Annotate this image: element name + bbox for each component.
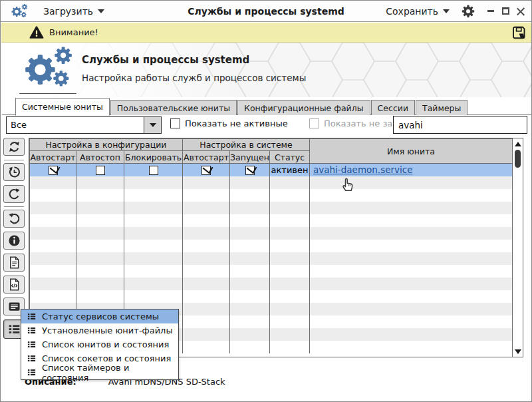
menu-item-installed-unit-files[interactable]: Установленные юнит-файлы bbox=[21, 323, 178, 337]
save-floppy-icon[interactable] bbox=[511, 25, 527, 41]
conf-autostop-checkbox[interactable] bbox=[96, 166, 105, 175]
tab-system-units[interactable]: Системные юниты bbox=[15, 98, 110, 116]
save-menu-label: Сохранить bbox=[386, 6, 438, 17]
unit-type-selected-value: Все bbox=[7, 117, 144, 133]
menu-item-services-status[interactable]: Статус сервисов системы bbox=[21, 309, 178, 323]
minimize-button[interactable] bbox=[487, 7, 495, 15]
bullet-list-icon bbox=[27, 325, 37, 335]
group-header-system: Настройка в системе bbox=[183, 139, 310, 151]
conf-autostart-checkbox[interactable] bbox=[49, 166, 58, 175]
load-menu-button[interactable]: Загрузить bbox=[38, 3, 110, 19]
warning-text: Внимание! bbox=[49, 27, 98, 37]
sys-running-checkbox[interactable] bbox=[245, 166, 255, 175]
info-button[interactable] bbox=[3, 232, 25, 250]
scroll-down-arrow[interactable] bbox=[513, 347, 523, 356]
page-subtitle: Настройка работы служб и процессов систе… bbox=[82, 73, 306, 83]
edit-unit-file-button[interactable] bbox=[3, 276, 25, 294]
tab-timers[interactable]: Таймеры bbox=[416, 100, 467, 115]
show-inactive-checkbox[interactable] bbox=[170, 118, 180, 128]
maximize-button[interactable] bbox=[501, 7, 510, 15]
page-title: Службы и процессы systemd bbox=[82, 54, 249, 66]
restart-button[interactable] bbox=[3, 185, 25, 203]
table-row-empty bbox=[30, 240, 513, 252]
table-row-empty bbox=[30, 265, 513, 278]
unit-search-input[interactable] bbox=[393, 116, 527, 134]
show-inactive-checkbox-group[interactable]: Показать не активные bbox=[170, 118, 288, 128]
table-row-empty bbox=[30, 227, 513, 240]
status-lists-menu: Статус сервисов системы Установленные юн… bbox=[21, 309, 179, 380]
tab-config-files[interactable]: Конфигурационные файлы bbox=[237, 100, 370, 115]
save-menu-button[interactable]: Сохранить bbox=[380, 3, 455, 19]
status-value: активен bbox=[270, 164, 310, 176]
bullet-list-icon bbox=[27, 367, 37, 377]
counterclockwise-arrow-icon bbox=[7, 212, 21, 226]
unit-type-select[interactable]: Все bbox=[6, 116, 162, 134]
refresh-button[interactable] bbox=[3, 138, 25, 156]
app-logo-gears-icon bbox=[19, 47, 76, 91]
column-header-unit-name[interactable]: Имя юнита bbox=[310, 139, 513, 164]
column-header-conf-autostop[interactable]: Автостоп bbox=[76, 151, 124, 164]
conf-block-checkbox[interactable] bbox=[149, 166, 158, 175]
filter-row: Все Показать не активные Показать не заг… bbox=[2, 115, 531, 136]
scrollbar-thumb[interactable] bbox=[515, 150, 521, 168]
bullet-list-icon bbox=[7, 322, 21, 336]
scroll-up-arrow[interactable] bbox=[513, 139, 523, 148]
show-unloaded-checkbox bbox=[309, 118, 319, 128]
column-header-conf-autostart[interactable]: Автостарт bbox=[30, 151, 76, 164]
menu-item-units-list[interactable]: Список юнитов и состояния bbox=[21, 337, 178, 351]
title-bar: Загрузить Службы и процессы systemd Сохр… bbox=[1, 1, 531, 22]
menu-item-timers-list[interactable]: Список таймеров и состояния bbox=[21, 365, 178, 379]
column-header-status[interactable]: Статус bbox=[270, 151, 310, 164]
bullet-list-icon bbox=[27, 353, 37, 363]
close-button[interactable] bbox=[516, 7, 525, 15]
table-row-selected[interactable]: активен avahi-daemon.service bbox=[30, 164, 513, 176]
combo-dropdown-button[interactable] bbox=[144, 117, 161, 133]
chevron-down-icon bbox=[98, 9, 104, 13]
column-header-sys-autostart[interactable]: Автостарт bbox=[183, 151, 230, 164]
tab-sessions[interactable]: Сессии bbox=[371, 100, 415, 115]
tab-user-units[interactable]: Пользовательские юниты bbox=[110, 100, 237, 115]
warning-triangle-icon bbox=[29, 25, 44, 40]
table-row-empty bbox=[30, 278, 513, 290]
group-header-config: Настройка в конфигурации bbox=[30, 139, 183, 151]
chevron-down-icon bbox=[150, 123, 156, 127]
app-window: Загрузить Службы и процессы systemd Сохр… bbox=[0, 0, 532, 402]
table-row-empty bbox=[30, 189, 513, 202]
settings-gear-icon[interactable] bbox=[462, 5, 475, 18]
table-row-empty bbox=[30, 214, 513, 227]
console-list-icon bbox=[7, 300, 21, 313]
info-icon bbox=[7, 234, 21, 248]
bullet-list-icon bbox=[27, 311, 37, 321]
column-header-conf-block[interactable]: Блокировать bbox=[124, 151, 183, 164]
tab-bar: Системные юниты Пользовательские юниты К… bbox=[2, 97, 531, 115]
table-row-empty bbox=[30, 202, 513, 214]
column-header-sys-running[interactable]: Запущен bbox=[230, 151, 270, 164]
bullet-list-icon bbox=[27, 339, 37, 349]
page-header: Службы и процессы systemd Настройка рабо… bbox=[2, 43, 531, 97]
unit-name-link[interactable]: avahi-daemon.service bbox=[313, 164, 412, 175]
show-inactive-label: Показать не активные bbox=[185, 118, 288, 128]
history-clock-icon bbox=[7, 165, 21, 179]
chevron-down-icon bbox=[443, 9, 450, 13]
history-button[interactable] bbox=[3, 163, 25, 181]
app-gears-icon bbox=[10, 3, 29, 19]
document-icon bbox=[7, 256, 21, 270]
document-code-icon bbox=[7, 278, 21, 292]
table-scrollbar[interactable] bbox=[512, 138, 523, 357]
table-row-empty bbox=[30, 176, 513, 189]
clockwise-arrow-icon bbox=[7, 187, 21, 201]
undo-button[interactable] bbox=[3, 210, 25, 228]
sys-autostart-checkbox[interactable] bbox=[201, 166, 211, 175]
refresh-icon bbox=[7, 140, 21, 154]
table-row-empty bbox=[30, 290, 513, 303]
table-row-empty bbox=[30, 252, 513, 265]
warning-bar: Внимание! bbox=[1, 23, 532, 43]
load-menu-label: Загрузить bbox=[43, 6, 93, 17]
view-file-button[interactable] bbox=[3, 254, 25, 272]
